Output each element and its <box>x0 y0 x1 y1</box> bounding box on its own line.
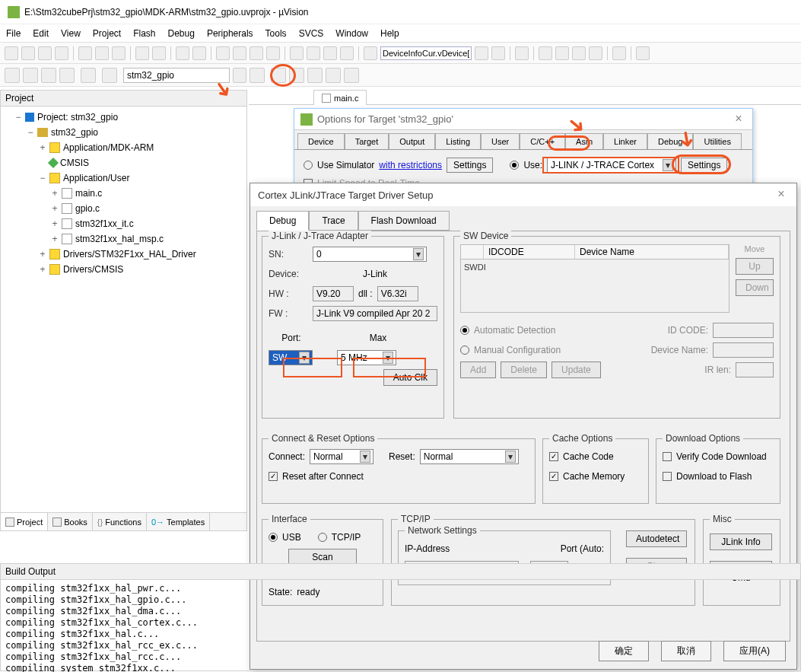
menu-flash[interactable]: Flash <box>133 28 155 39</box>
translate-icon[interactable] <box>5 68 20 83</box>
undo-icon[interactable] <box>135 46 149 60</box>
incremental-icon[interactable] <box>491 46 505 60</box>
tree-group-drivers-cmsis[interactable]: +Drivers/CMSIS <box>4 262 243 277</box>
manual-radio[interactable] <box>460 346 469 355</box>
breakpoint-insert-icon[interactable] <box>539 46 552 60</box>
uncomment-icon[interactable] <box>340 46 354 60</box>
breakpoint-kill-icon[interactable] <box>589 46 602 60</box>
breakpoint-disable-icon[interactable] <box>572 46 586 60</box>
connect-select[interactable]: Normal <box>310 449 373 464</box>
pack-installer-icon[interactable] <box>307 68 323 83</box>
menu-peripherals[interactable]: Peripherals <box>207 28 253 39</box>
cache-memory-check[interactable] <box>549 472 558 481</box>
redo-icon[interactable] <box>152 46 166 60</box>
menu-view[interactable]: View <box>61 28 81 39</box>
cortex-tab-debug[interactable]: Debug <box>256 211 309 231</box>
bookmark-icon[interactable] <box>216 46 230 60</box>
save-all-icon[interactable] <box>55 46 68 60</box>
cut-icon[interactable] <box>78 46 92 60</box>
use-debugger-radio[interactable] <box>510 161 519 170</box>
tree-file-msp[interactable]: +stm32f1xx_hal_msp.c <box>4 231 243 247</box>
debugger-select[interactable]: J-LINK / J-TRACE Cortex <box>547 158 676 173</box>
target-dropdown-icon[interactable] <box>233 68 246 83</box>
verify-check[interactable] <box>663 452 672 461</box>
tab-utilities[interactable]: Utilities <box>693 133 741 149</box>
paste-icon[interactable] <box>112 46 126 60</box>
outdent-icon[interactable] <box>307 46 320 60</box>
manage-packs-icon[interactable] <box>326 68 341 83</box>
clock-select[interactable]: 5 MHz <box>337 350 396 365</box>
menu-edit[interactable]: Edit <box>33 28 49 39</box>
tree-root[interactable]: −Project: stm32_gpio <box>4 110 243 125</box>
restrictions-link[interactable]: with restrictions <box>379 160 442 170</box>
download-icon[interactable] <box>102 68 117 83</box>
editor-tab-main[interactable]: main.c <box>313 90 367 105</box>
manage-rte-icon[interactable] <box>271 68 286 83</box>
configure-icon[interactable] <box>636 46 650 60</box>
menu-svcs[interactable]: SVCS <box>299 28 324 39</box>
git-icon[interactable] <box>344 68 359 83</box>
open-icon[interactable] <box>21 46 35 60</box>
cortex-tab-flash[interactable]: Flash Download <box>358 211 450 231</box>
auto-clk-button[interactable]: Auto Clk <box>383 369 437 386</box>
nav-fwd-icon[interactable] <box>192 46 206 60</box>
tab-user[interactable]: User <box>481 133 520 149</box>
panel-tab-templates[interactable]: 0→Templates <box>147 513 210 530</box>
options-titlebar[interactable]: Options for Target 'stm32_gpio' × <box>294 109 752 130</box>
autodetect-button[interactable]: Autodetect <box>626 530 687 547</box>
indent-icon[interactable] <box>290 46 304 60</box>
sn-select[interactable]: 0 <box>313 247 427 262</box>
tab-cpp[interactable]: C/C++ <box>520 133 565 149</box>
menu-tools[interactable]: Tools <box>265 28 287 39</box>
stop-build-icon[interactable] <box>81 68 96 83</box>
up-button[interactable]: Up <box>736 258 774 275</box>
window-layout-icon[interactable] <box>612 46 626 60</box>
tab-linker[interactable]: Linker <box>603 133 647 149</box>
tcpip-radio[interactable] <box>318 533 327 542</box>
panel-tab-books[interactable]: Books <box>48 513 93 530</box>
tree-target[interactable]: −stm32_gpio <box>4 125 243 140</box>
menu-help[interactable]: Help <box>380 28 399 39</box>
use-simulator-radio[interactable] <box>304 161 313 170</box>
download-flash-check[interactable] <box>663 472 672 481</box>
tab-asm[interactable]: Asm <box>565 133 603 149</box>
tree-group-user[interactable]: −Application/User <box>4 170 243 186</box>
reset-after-check[interactable] <box>269 472 278 481</box>
debug-icon[interactable] <box>515 46 529 60</box>
find-icon[interactable] <box>364 46 377 60</box>
tab-target[interactable]: Target <box>345 133 389 149</box>
tree-file-it[interactable]: +stm32f1xx_it.c <box>4 216 243 231</box>
tree-group-mdk[interactable]: +Application/MDK-ARM <box>4 140 243 155</box>
tree-group-hal[interactable]: +Drivers/STM32F1xx_HAL_Driver <box>4 247 243 262</box>
copy-icon[interactable] <box>95 46 109 60</box>
breakpoint-enable-icon[interactable] <box>555 46 569 60</box>
menu-debug[interactable]: Debug <box>168 28 195 39</box>
update-button[interactable]: Update <box>551 361 601 378</box>
usb-radio[interactable] <box>269 533 278 542</box>
target-options-icon[interactable] <box>250 68 265 83</box>
new-icon[interactable] <box>5 46 18 60</box>
build-icon[interactable] <box>23 68 38 83</box>
reset-select[interactable]: Normal <box>420 449 519 464</box>
menu-project[interactable]: Project <box>93 28 121 39</box>
cache-code-check[interactable] <box>549 452 558 461</box>
tab-device[interactable]: Device <box>297 133 345 149</box>
port-select[interactable]: SW <box>269 350 313 365</box>
bookmark-next-icon[interactable] <box>250 46 263 60</box>
down-button[interactable]: Down <box>736 279 774 296</box>
save-icon[interactable] <box>38 46 52 60</box>
menu-file[interactable]: File <box>6 28 21 39</box>
cortex-tab-trace[interactable]: Trace <box>309 211 358 231</box>
bookmark-prev-icon[interactable] <box>233 46 246 60</box>
comment-icon[interactable] <box>323 46 337 60</box>
target-select[interactable] <box>123 68 230 83</box>
books-icon[interactable] <box>289 68 304 83</box>
tree-group-cmsis[interactable]: CMSIS <box>4 155 243 170</box>
add-button[interactable]: Add <box>460 361 496 378</box>
device-info-input[interactable] <box>380 46 472 60</box>
tab-output[interactable]: Output <box>389 133 435 149</box>
tree-file-gpio[interactable]: +gpio.c <box>4 201 243 216</box>
cortex-titlebar[interactable]: Cortex JLink/JTrace Target Driver Setup … <box>250 183 796 206</box>
delete-button[interactable]: Delete <box>501 361 547 378</box>
jlink-info-button[interactable]: JLink Info <box>710 533 772 550</box>
